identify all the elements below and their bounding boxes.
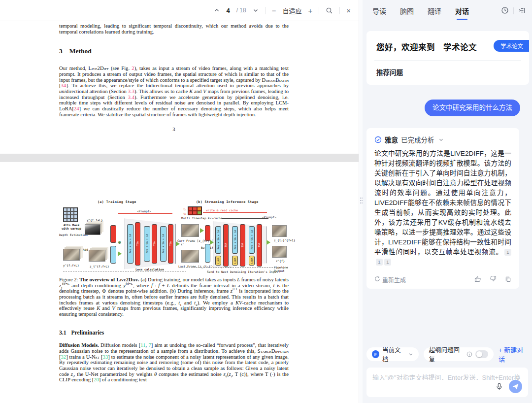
assistant-tabs-bar: 导读 脑图 翻译 对话 xyxy=(363,0,532,22)
regenerate-button[interactable]: 重新生成 xyxy=(374,275,406,284)
welcome-card: 您好，欢迎来到 学术论文 学术论文 推荐问题 xyxy=(366,31,529,85)
prompt-connector xyxy=(222,218,268,219)
chat-message-list[interactable]: 您好，欢迎来到 学术论文 学术论文 推荐问题 论文中研究采用的什么方法 雅意 已… xyxy=(363,22,532,345)
training-stage-title: (a) Training Stage xyxy=(98,201,136,204)
paper-paragraph: temporal modeling, leading to significan… xyxy=(59,23,289,34)
output-frame-thumbnail xyxy=(272,225,287,237)
toolbar-divider xyxy=(319,7,319,14)
tab-chat[interactable]: 对话 xyxy=(455,0,469,22)
kv-cache-grid xyxy=(188,206,202,215)
res-sa-ca-block: Res + SA + CA xyxy=(127,224,133,264)
depth-input-label: y^{f:f+L} xyxy=(87,218,103,222)
flow-arrow xyxy=(200,228,204,233)
noised-latent-stack xyxy=(89,250,105,262)
res-sa-ca-block: Res + SA + CA xyxy=(232,226,238,254)
zoom-out-button[interactable]: − xyxy=(272,6,276,15)
flow-arrow xyxy=(118,251,122,256)
chat-controls-row: 当前文档 超纲问题回复 + 新建对话 xyxy=(366,345,528,364)
recycle-dashed-connector xyxy=(181,260,288,268)
pdf-viewer: 4 / 18 − 自适应 + × temporal modeling, lead… xyxy=(0,0,359,403)
chevron-down-icon[interactable] xyxy=(438,137,444,142)
copy-icon[interactable] xyxy=(505,276,511,284)
chat-input-area: 当前文档 超纲问题回复 + 新建对话 xyxy=(363,345,532,403)
document-icon xyxy=(372,350,379,358)
res-sa-ca-block: Res + SA + CA xyxy=(144,226,150,262)
assistant-name: 雅意 xyxy=(385,134,398,144)
citation-chip[interactable]: 1 xyxy=(384,259,391,266)
write-read-cache-label: write & read cache xyxy=(206,208,238,212)
tab-mindmap[interactable]: 脑图 xyxy=(400,0,414,22)
zoom-mode-select[interactable]: 自适应 xyxy=(282,6,301,15)
search-icon[interactable] xyxy=(326,7,333,14)
citation-chip[interactable]: 1 xyxy=(376,259,383,266)
condition-encoder-block xyxy=(110,225,116,243)
message-input-card xyxy=(366,368,528,397)
page-down-button[interactable] xyxy=(253,7,259,13)
pdf-toolbar: 4 / 18 − 自适应 + × xyxy=(0,0,359,21)
page-number: 3 xyxy=(59,127,289,133)
total-pages: / 18 xyxy=(236,7,246,14)
assistant-message-card: 雅意 已完成分析 论文中研究采用的方法是LIVE2DIFF，这是一种针对视频流翻… xyxy=(366,128,519,289)
card-divider xyxy=(374,60,521,61)
new-chat-button[interactable]: + 新建对话 xyxy=(499,345,528,364)
depth-map-stack xyxy=(85,224,100,235)
tsa-block: TSA xyxy=(168,224,173,264)
res-sa-ca-block: Res + SA + CA xyxy=(249,226,255,254)
close-icon[interactable]: × xyxy=(346,6,351,15)
send-button[interactable] xyxy=(509,380,522,393)
message-input[interactable] xyxy=(372,372,522,380)
current-frame-thumbnail xyxy=(181,224,199,237)
page-break xyxy=(0,154,359,162)
tsa-block: TSA xyxy=(135,222,140,266)
tab-guide[interactable]: 导读 xyxy=(372,0,386,22)
citation-chip[interactable]: 1 xyxy=(504,249,511,256)
assistant-message-text: 论文中研究采用的方法是LIVE2DIFF，这是一种针对视频流翻译的视频扩散模型。… xyxy=(374,149,511,267)
chevron-down-icon xyxy=(408,352,413,357)
paper-paragraph: Our method, Live2Diff (see Fig. 2), take… xyxy=(59,66,289,117)
inference-stage-title: (b) Streaming Inference Stage xyxy=(196,201,259,204)
res-sa-ca-block: Res + SA + CA xyxy=(215,226,221,254)
pane-resize-divider[interactable] xyxy=(359,0,363,403)
figure-2-diagram: (a) Training Stage Attn Mask with warmup… xyxy=(59,201,289,273)
collapse-panel-icon[interactable] xyxy=(518,6,526,16)
history-icon[interactable] xyxy=(501,6,509,16)
page-up-button[interactable] xyxy=(214,7,220,13)
attention-mask-label: Attn Mask with warmup xyxy=(60,223,83,230)
thumbs-up-icon[interactable] xyxy=(474,275,481,284)
info-icon[interactable] xyxy=(466,351,472,357)
zoom-in-button[interactable]: + xyxy=(308,6,312,15)
res-sa-ca-block: Res + SA + CA xyxy=(160,226,166,262)
conv-in-block xyxy=(110,246,116,264)
kv-cache-label: Multi Timestep kv-cache xyxy=(181,216,222,220)
output-top-label: z_{t₂}^{f+1} xyxy=(274,238,295,242)
flow-arrow xyxy=(266,240,270,245)
attention-mask-grid xyxy=(63,207,78,222)
t1-label: t₁ xyxy=(183,207,187,211)
out-of-scope-toggle[interactable] xyxy=(475,350,488,358)
section-heading-method: 3Method xyxy=(59,47,289,55)
send-next-label: Send to Next Denoising Iteration's Input xyxy=(207,270,278,273)
flow-arrow xyxy=(210,240,214,245)
drag-handle[interactable] xyxy=(360,198,363,205)
tab-translate[interactable]: 翻译 xyxy=(428,0,441,22)
cache-connector xyxy=(203,212,267,213)
assistant-message-footer: 重新生成 xyxy=(374,275,511,284)
thumbs-down-icon[interactable] xyxy=(490,275,497,284)
user-message-bubble[interactable]: 论文中研究采用的什么方法 xyxy=(425,100,520,116)
microphone-icon[interactable] xyxy=(496,383,503,390)
current-page[interactable]: 4 xyxy=(226,7,230,14)
t2-label: t₂ xyxy=(183,212,187,215)
header-divider xyxy=(513,7,514,14)
condition-encoder-block xyxy=(205,225,210,241)
product-badge: 学术论文 xyxy=(494,40,529,52)
document-scope-select[interactable]: 当前文档 xyxy=(366,347,419,361)
prompt-label: <Prompt> xyxy=(137,209,151,213)
tsa-block: TSA xyxy=(152,224,157,264)
section-heading-preliminaries: 3.1Preliminaries xyxy=(59,330,289,336)
analysis-status: 已完成分析 xyxy=(401,134,434,144)
check-circle-icon xyxy=(374,136,382,143)
pdf-page-area[interactable]: temporal modeling, leading to significan… xyxy=(0,21,359,403)
assistant-message-header: 雅意 已完成分析 xyxy=(374,134,511,144)
figure-caption: Figure 2: The overview of Live2Diff. (a)… xyxy=(59,277,289,317)
output-frame-thumbnail xyxy=(272,246,287,258)
